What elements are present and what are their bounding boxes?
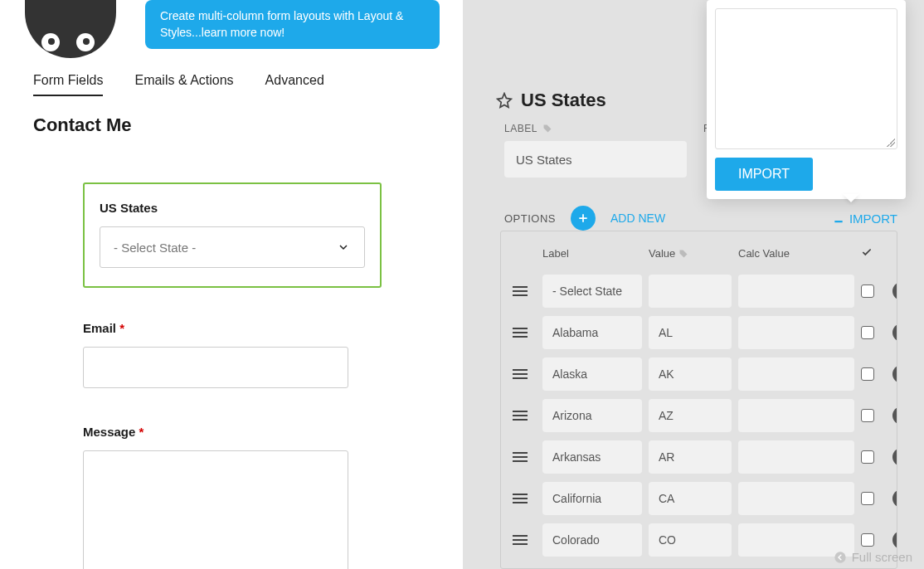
col-calc: Calc Value (738, 247, 854, 260)
fullscreen-text: Full screen (852, 550, 912, 564)
field-us-states[interactable]: US States - Select State - (83, 182, 382, 288)
import-button[interactable]: IMPORT (715, 158, 813, 191)
select-placeholder: - Select State - (114, 241, 196, 255)
field-label-us-states: US States (100, 201, 365, 215)
option-label-input[interactable] (542, 523, 642, 557)
panel-title: US States (521, 90, 606, 111)
promo-text: Create multi-column form layouts with La… (160, 9, 403, 39)
tab-advanced[interactable]: Advanced (265, 73, 324, 96)
label-caption: LABEL (504, 123, 537, 134)
option-calc-input[interactable] (738, 482, 854, 515)
option-delete-button[interactable] (892, 365, 897, 383)
drag-handle-icon[interactable] (513, 535, 528, 545)
option-label-input[interactable] (542, 399, 642, 432)
option-delete-button[interactable] (892, 448, 897, 466)
drag-handle-icon[interactable] (513, 494, 528, 503)
options-table: Label Value Calc Value (500, 231, 897, 569)
field-label-email: Email (83, 321, 116, 335)
import-arrow-icon (833, 212, 844, 224)
option-calc-input[interactable] (738, 275, 854, 308)
tag-icon (678, 249, 688, 259)
option-row (513, 436, 885, 478)
option-calc-input[interactable] (738, 357, 854, 391)
option-row (513, 353, 885, 395)
col-label: Label (542, 247, 642, 260)
add-option-button[interactable] (571, 206, 596, 231)
option-value-input[interactable] (649, 399, 732, 432)
page-title: Contact Me (33, 114, 132, 136)
option-delete-button[interactable] (892, 531, 897, 549)
option-default-checkbox[interactable] (861, 409, 874, 422)
app-logo (25, 0, 116, 58)
option-row (513, 312, 885, 353)
star-icon[interactable] (496, 92, 513, 109)
option-row (513, 395, 885, 436)
option-delete-button[interactable] (892, 489, 897, 508)
option-delete-button[interactable] (892, 406, 897, 425)
option-label-input[interactable] (542, 482, 642, 515)
required-star: * (139, 425, 144, 439)
chevron-down-icon (336, 242, 351, 252)
email-field[interactable] (83, 347, 348, 388)
svg-point-0 (834, 552, 845, 562)
drag-handle-icon[interactable] (513, 452, 528, 462)
option-label-input[interactable] (542, 275, 642, 308)
option-default-checkbox[interactable] (861, 326, 874, 339)
option-default-checkbox[interactable] (861, 284, 874, 298)
fullscreen-hint[interactable]: Full screen (834, 550, 912, 564)
popover-arrow (843, 194, 859, 202)
col-value: Value (649, 247, 675, 260)
option-row (513, 519, 885, 561)
option-default-checkbox[interactable] (861, 492, 874, 505)
tab-emails-actions[interactable]: Emails & Actions (134, 73, 233, 96)
option-value-input[interactable] (649, 482, 732, 515)
option-label-input[interactable] (542, 440, 642, 474)
tag-icon (542, 124, 552, 134)
import-link-text: IMPORT (849, 212, 897, 226)
option-value-input[interactable] (649, 357, 732, 391)
drag-handle-icon[interactable] (513, 286, 528, 296)
drag-handle-icon[interactable] (513, 369, 528, 379)
option-calc-input[interactable] (738, 399, 854, 432)
arrow-left-icon (834, 551, 847, 564)
import-link[interactable]: IMPORT (833, 212, 897, 226)
options-caption: OPTIONS (504, 212, 556, 225)
option-row (513, 270, 885, 312)
import-textarea[interactable] (715, 8, 897, 149)
option-row (513, 478, 885, 519)
checkmark-icon (861, 246, 873, 258)
option-delete-button[interactable] (892, 323, 897, 342)
option-calc-input[interactable] (738, 316, 854, 349)
option-calc-input[interactable] (738, 440, 854, 474)
plus-icon (577, 212, 589, 224)
message-field[interactable] (83, 450, 348, 569)
field-label-message: Message (83, 425, 135, 439)
drag-handle-icon[interactable] (513, 411, 528, 421)
add-new-link[interactable]: ADD NEW (610, 212, 665, 225)
option-default-checkbox[interactable] (861, 533, 874, 547)
import-popover: IMPORT (707, 0, 906, 199)
label-input[interactable] (504, 141, 687, 178)
required-star: * (119, 321, 124, 335)
select-us-states[interactable]: - Select State - (100, 226, 365, 268)
option-label-input[interactable] (542, 316, 642, 349)
option-value-input[interactable] (649, 275, 732, 308)
option-label-input[interactable] (542, 357, 642, 391)
option-value-input[interactable] (649, 523, 732, 557)
option-value-input[interactable] (649, 440, 732, 474)
option-default-checkbox[interactable] (861, 450, 874, 464)
option-default-checkbox[interactable] (861, 367, 874, 381)
tab-form-fields[interactable]: Form Fields (33, 73, 103, 96)
promo-banner[interactable]: Create multi-column form layouts with La… (145, 0, 440, 49)
option-delete-button[interactable] (892, 282, 897, 300)
option-value-input[interactable] (649, 316, 732, 349)
drag-handle-icon[interactable] (513, 328, 528, 338)
